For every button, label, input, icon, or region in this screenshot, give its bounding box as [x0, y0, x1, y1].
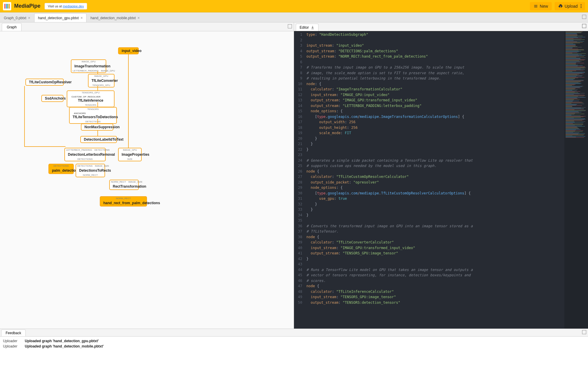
code-content[interactable]: type: "HandDetectionSubgraph"input_strea… — [305, 31, 564, 329]
graph-edge — [97, 131, 98, 137]
app-root: MediaPipe Visit us at mediapipe.dev New … — [0, 0, 588, 367]
graph-edge — [128, 54, 129, 148]
hamburger-icon — [533, 4, 538, 9]
maximize-icon[interactable] — [582, 330, 586, 334]
editor-tab-bar: Editor — [294, 22, 588, 31]
feedback-message: Uploaded graph 'hand_detection_gpu.pbtxt… — [25, 339, 99, 343]
node-label-to-text[interactable]: DetectionLabelIdToText — [80, 136, 117, 143]
kebab-icon — [581, 4, 582, 8]
code-editor[interactable]: 1234567891011121314151617181920212223242… — [294, 31, 588, 329]
tab-feedback[interactable]: Feedback — [1, 329, 26, 336]
maximize-icon[interactable] — [288, 24, 292, 28]
download-icon[interactable] — [311, 25, 315, 30]
visit-link[interactable]: mediapipe.dev — [63, 4, 84, 8]
feedback-body: Uploader Uploaded graph 'hand_detection_… — [0, 337, 588, 367]
maximize-icon[interactable] — [582, 24, 586, 28]
feedback-panel: Feedback Uploader Uploaded graph 'hand_d… — [0, 329, 588, 367]
feedback-source: Uploader — [3, 339, 21, 343]
feedback-tab-bar: Feedback — [0, 329, 588, 337]
minimap[interactable] — [564, 31, 588, 329]
close-icon[interactable]: × — [28, 16, 30, 20]
node-tflite-converter[interactable]: IMAGE_GPU TfLiteConverter TENSORS_GPU — [88, 74, 115, 87]
graph-edge — [24, 86, 25, 147]
tab-editor[interactable]: Editor — [296, 24, 318, 31]
file-tab-label: Graph_0.pbtxt — [4, 16, 26, 20]
node-hand-rect[interactable]: NORM_RECT hand_rect_from_palm_detections — [100, 196, 147, 207]
node-letterbox-removal[interactable]: LETTERBOX_PADDINGDETECTIONS DetectionLet… — [64, 148, 106, 161]
node-rect-transformation[interactable]: NORM_RECTIMAGE_SIZE RectTransformation — [109, 180, 139, 190]
brand-title: MediaPipe — [14, 3, 40, 9]
file-tab-bar: Graph_0.pbtxt × hand_detection_gpu.pbtxt… — [0, 12, 588, 22]
main-split: Graph input_video IMAGE_GPU ImageTransfo… — [0, 22, 588, 329]
visit-prefix: Visit us at — [48, 4, 63, 8]
graph-edge — [97, 86, 98, 91]
tab-graph[interactable]: Graph — [2, 23, 22, 31]
node-image-transformation[interactable]: IMAGE_GPU ImageTransformation LETTERBOX_… — [71, 59, 106, 73]
file-tab-hand-gpu[interactable]: hand_detection_gpu.pbtxt × — [34, 13, 87, 22]
file-tab-label: hand_detection_mobile.pbtxt — [90, 16, 135, 20]
node-tflite-customop[interactable]: TfLiteCustomOpResolver — [25, 79, 64, 86]
line-gutter: 1234567891011121314151617181920212223242… — [294, 31, 305, 329]
file-tab-label: hand_detection_gpu.pbtxt — [38, 16, 79, 20]
node-detections-to-rects[interactable]: DETECTIONSIMAGE_SIZE DetectionsToRects N… — [76, 164, 105, 177]
visit-link-chip[interactable]: Visit us at mediapipe.dev — [45, 3, 87, 9]
new-button-label: New — [540, 4, 548, 9]
graph-canvas[interactable]: input_video IMAGE_GPU ImageTransformatio… — [0, 31, 294, 329]
node-input-video[interactable]: input_video — [118, 47, 139, 54]
file-tab-hand-mobile[interactable]: hand_detection_mobile.pbtxt × — [86, 13, 143, 22]
node-tensors-to-detections[interactable]: TENSORS ANCHORSTfLiteTensorsToDetections… — [69, 107, 117, 124]
feedback-row: Uploader Uploaded graph 'hand_detection_… — [3, 338, 585, 344]
feedback-row: Uploader Uploaded graph 'hand_detection_… — [3, 344, 585, 349]
graph-edge — [97, 102, 98, 108]
graph-edge — [97, 71, 98, 74]
node-image-properties[interactable]: IMAGE_GPU ImageProperties SIZE — [118, 148, 142, 161]
close-icon[interactable]: × — [138, 16, 140, 20]
node-palm-detections[interactable]: DETECTIONS palm_detections — [48, 164, 74, 174]
file-tab-graph0[interactable]: Graph_0.pbtxt × — [0, 13, 34, 22]
feedback-source: Uploader — [3, 344, 21, 348]
cloud-upload-icon — [558, 4, 563, 9]
graph-tab-bar: Graph — [0, 22, 294, 31]
graph-edge — [24, 146, 66, 147]
new-button[interactable]: New — [530, 2, 552, 10]
upload-button-label: Upload — [565, 4, 578, 9]
graph-edge — [97, 119, 98, 124]
close-icon[interactable]: × — [81, 16, 83, 20]
maximize-icon[interactable] — [582, 15, 586, 19]
header: MediaPipe Visit us at mediapipe.dev New … — [0, 0, 588, 12]
feedback-message: Uploaded graph 'hand_detection_mobile.pb… — [25, 344, 104, 348]
editor-pane: Editor 123456789101112131415161718192021… — [294, 22, 588, 329]
logo-icon — [3, 2, 11, 10]
upload-button[interactable]: Upload — [555, 2, 585, 10]
node-tflite-inference[interactable]: TENSORS_GPU CUSTOM_OP_RESOLVERTfLiteInfe… — [67, 90, 115, 107]
graph-pane: Graph input_video IMAGE_GPU ImageTransfo… — [0, 22, 294, 329]
node-nms[interactable]: NonMaxSuppression — [81, 124, 113, 131]
editor-tab-label: Editor — [300, 25, 309, 30]
node-ssd-anchors[interactable]: SsdAnchors — [41, 95, 63, 102]
